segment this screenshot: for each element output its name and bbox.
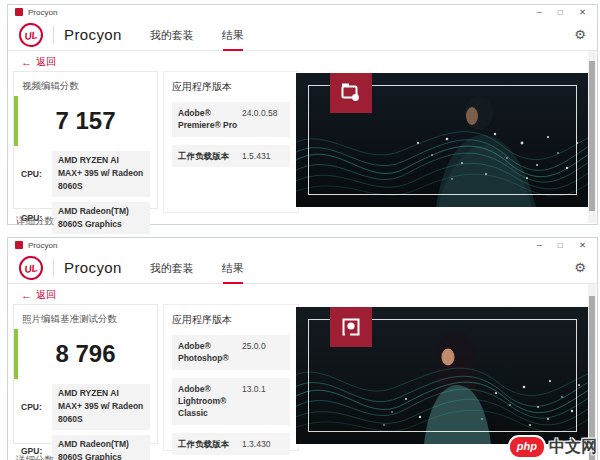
cpu-value: AMD RYZEN AI MAX+ 395 w/ Radeon 8060S <box>52 384 150 430</box>
versions-title: 应用程序版本 <box>172 80 290 94</box>
photo-benchmark-badge <box>330 307 372 347</box>
header-divider <box>53 26 54 44</box>
photo-camera-icon <box>339 316 363 338</box>
gear-icon[interactable]: ⚙ <box>574 260 586 275</box>
version-value: 1.3.430 <box>242 438 270 450</box>
detailed-scores-label: 详细分数 <box>16 215 54 228</box>
scrollbar[interactable] <box>588 51 596 223</box>
version-name: Adobe® Photoshop® <box>178 340 238 365</box>
back-link[interactable]: ← 返回 <box>21 288 56 302</box>
procyon-window-photo: Procyon – □ ✕ UL Procyon 我的套装 结果 ⚙ ← 返回 … <box>7 237 598 460</box>
window-title: Procyon <box>28 8 57 17</box>
scrollbar[interactable] <box>588 284 596 460</box>
close-icon[interactable]: ✕ <box>579 238 586 252</box>
score-accent-bar <box>14 329 18 379</box>
maximize-icon[interactable]: □ <box>558 5 563 19</box>
cpu-label: CPU: <box>21 169 47 179</box>
brand-title: Procyon <box>64 26 122 43</box>
version-name: Adobe® Lightroom® Classic <box>178 383 238 420</box>
score-value: 8 796 <box>14 329 157 379</box>
version-row: Adobe® Premiere® Pro 24.0.0.58 <box>172 102 290 137</box>
brand-title: Procyon <box>64 259 122 276</box>
back-arrow-icon: ← <box>21 289 32 301</box>
video-benchmark-badge <box>330 73 372 113</box>
version-row: Adobe® Photoshop® 25.0.0 <box>172 335 290 370</box>
version-name: 工作负载版本 <box>178 150 238 162</box>
watermark-text: 中文网 <box>549 437 597 458</box>
tab-results[interactable]: 结果 <box>222 19 244 51</box>
cpu-row: CPU: AMD RYZEN AI MAX+ 395 w/ Radeon 806… <box>14 384 157 430</box>
versions-card: 应用程序版本 Adobe® Premiere® Pro 24.0.0.58 工作… <box>163 71 299 213</box>
score-accent-bar <box>14 96 18 146</box>
app-icon <box>15 8 23 16</box>
ul-logo: UL <box>17 21 44 48</box>
gpu-value: AMD Radeon(TM) 8060S Graphics <box>52 202 150 234</box>
minimize-icon[interactable]: – <box>537 5 542 19</box>
window-controls: – □ ✕ <box>537 238 590 252</box>
tab-my-suites[interactable]: 我的套装 <box>150 252 194 284</box>
cpu-row: CPU: AMD RYZEN AI MAX+ 395 w/ Radeon 806… <box>14 151 157 197</box>
back-label: 返回 <box>36 55 56 69</box>
scrollbar-thumb[interactable] <box>589 61 595 211</box>
version-row: 工作负载版本 1.3.430 <box>172 433 290 455</box>
cpu-label: CPU: <box>21 402 47 412</box>
score-title: 视频编辑分数 <box>14 72 157 93</box>
header-divider <box>53 259 54 277</box>
score-value: 7 157 <box>14 96 157 146</box>
video-camera-icon <box>339 82 363 104</box>
back-link[interactable]: ← 返回 <box>21 55 56 69</box>
app-header: UL Procyon 我的套装 结果 ⚙ <box>8 252 597 284</box>
hero-image-video-editing <box>296 73 589 207</box>
version-name: Adobe® Premiere® Pro <box>178 107 238 132</box>
back-arrow-icon: ← <box>21 56 32 68</box>
procyon-window-video: Procyon – □ ✕ UL Procyon 我的套装 结果 ⚙ ← 返回 … <box>7 4 598 225</box>
score-title: 照片编辑基准测试分数 <box>14 305 157 326</box>
app-header: UL Procyon 我的套装 结果 ⚙ <box>8 19 597 51</box>
score-wrap: 7 157 <box>14 96 157 146</box>
score-wrap: 8 796 <box>14 329 157 379</box>
version-value: 25.0.0 <box>242 340 266 365</box>
versions-card: 应用程序版本 Adobe® Photoshop® 25.0.0 Adobe® L… <box>163 304 299 451</box>
hero-image-photo-editing <box>296 307 589 444</box>
cpu-value: AMD RYZEN AI MAX+ 395 w/ Radeon 8060S <box>52 151 150 197</box>
version-row: Adobe® Lightroom® Classic 13.0.1 <box>172 378 290 425</box>
close-icon[interactable]: ✕ <box>579 5 586 19</box>
gear-icon[interactable]: ⚙ <box>574 27 586 42</box>
version-value: 24.0.0.58 <box>242 107 277 132</box>
back-label: 返回 <box>36 288 56 302</box>
maximize-icon[interactable]: □ <box>558 238 563 252</box>
window-title: Procyon <box>28 241 57 250</box>
score-card: 视频编辑分数 7 157 CPU: AMD RYZEN AI MAX+ 395 … <box>13 71 158 209</box>
minimize-icon[interactable]: – <box>537 238 542 252</box>
versions-title: 应用程序版本 <box>172 313 290 327</box>
app-icon <box>15 241 23 249</box>
window-controls: – □ ✕ <box>537 5 590 19</box>
php-logo: php <box>508 435 546 459</box>
version-name: 工作负载版本 <box>178 438 238 450</box>
gpu-value: AMD Radeon(TM) 8060S Graphics <box>52 435 150 460</box>
ul-logo: UL <box>17 254 44 281</box>
page: Procyon – □ ✕ UL Procyon 我的套装 结果 ⚙ ← 返回 … <box>0 0 600 460</box>
detailed-scores-label: 详细分数 <box>16 454 54 460</box>
score-card: 照片编辑基准测试分数 8 796 CPU: AMD RYZEN AI MAX+ … <box>13 304 158 444</box>
version-value: 1.5.431 <box>242 150 270 162</box>
tab-results[interactable]: 结果 <box>222 252 244 284</box>
version-row: 工作负载版本 1.5.431 <box>172 145 290 167</box>
titlebar: Procyon – □ ✕ <box>8 5 597 19</box>
php-cn-watermark: php 中文网 <box>508 435 597 459</box>
tab-my-suites[interactable]: 我的套装 <box>150 19 194 51</box>
titlebar: Procyon – □ ✕ <box>8 238 597 252</box>
version-value: 13.0.1 <box>242 383 266 420</box>
